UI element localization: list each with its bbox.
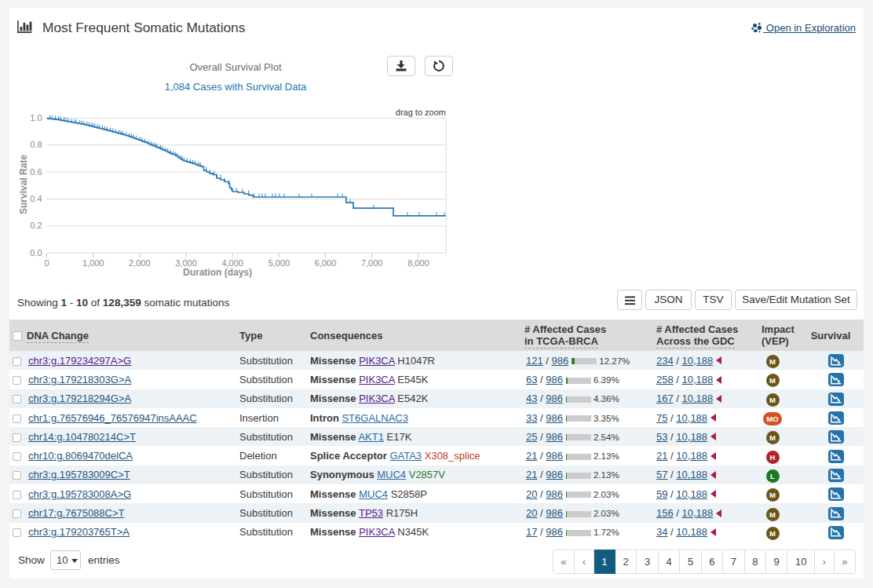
svg-text:0: 0 xyxy=(44,258,49,268)
svg-text:5,000: 5,000 xyxy=(268,258,290,268)
svg-text:8,000: 8,000 xyxy=(407,258,429,268)
svg-text:0.0: 0.0 xyxy=(30,248,42,257)
svg-text:7,000: 7,000 xyxy=(361,258,383,268)
svg-text:1,000: 1,000 xyxy=(82,258,104,268)
svg-text:drag to zoom: drag to zoom xyxy=(396,108,446,117)
svg-text:1.0: 1.0 xyxy=(30,113,42,122)
svg-text:0.8: 0.8 xyxy=(30,140,42,149)
svg-text:6,000: 6,000 xyxy=(315,258,337,268)
svg-text:0.2: 0.2 xyxy=(30,221,42,230)
svg-text:2,000: 2,000 xyxy=(129,258,151,268)
svg-text:Duration (days): Duration (days) xyxy=(183,267,252,278)
svg-text:0.6: 0.6 xyxy=(30,167,42,177)
svg-text:Survival Rate: Survival Rate xyxy=(18,155,29,214)
svg-text:0.4: 0.4 xyxy=(30,194,42,203)
